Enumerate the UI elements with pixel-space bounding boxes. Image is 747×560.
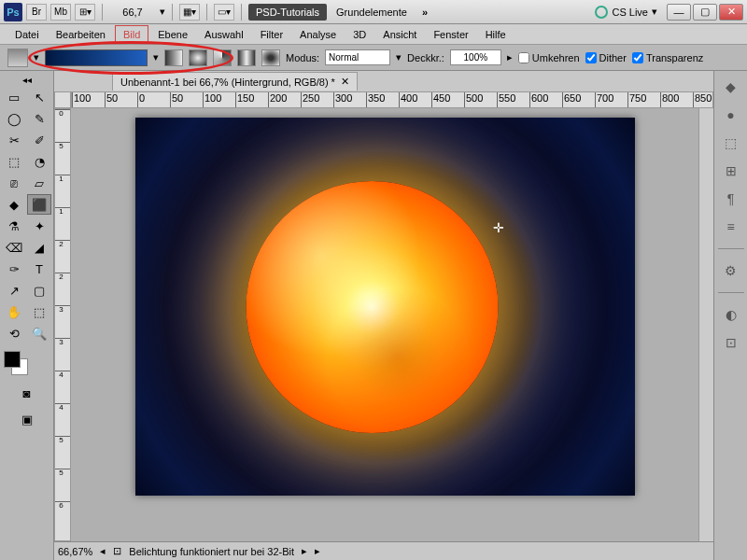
status-message: Belichtung funktioniert nur bei 32-Bit: [129, 546, 294, 557]
tool-preset-picker[interactable]: [7, 49, 28, 67]
minibridge-button[interactable]: Mb: [50, 4, 71, 21]
toolbox: ◂◂ ▭↖◯✎✂✐⬚◔⎚▱◆⬛⚗✦⌫◢✑T↗▢✋⬚⟲🔍 ◙ ▣: [0, 71, 54, 560]
tool-9[interactable]: ▱: [27, 173, 51, 193]
panel-icon-4[interactable]: ¶: [721, 189, 741, 209]
foreground-swatch[interactable]: [4, 351, 21, 368]
tool-5[interactable]: ✐: [27, 130, 51, 150]
tool-6[interactable]: ⬚: [2, 151, 26, 172]
tool-10[interactable]: ◆: [2, 194, 26, 215]
screen-mode-button[interactable]: ▭▾: [214, 4, 234, 21]
sun-graphic: [247, 181, 499, 433]
panel-icon-6[interactable]: ⚙: [721, 260, 741, 281]
view-mode-button[interactable]: ▦▾: [179, 4, 200, 21]
maximize-button[interactable]: ▢: [693, 4, 717, 21]
canvas-viewport[interactable]: ✛: [71, 108, 698, 541]
tool-2[interactable]: ◯: [2, 108, 26, 129]
gradient-preview[interactable]: [45, 49, 148, 66]
panel-icon-1[interactable]: ●: [721, 105, 741, 125]
chevron-down-icon[interactable]: ▾: [396, 51, 402, 63]
menu-bearbeiten[interactable]: Bearbeiten: [49, 26, 113, 43]
gradient-reflected-button[interactable]: [237, 49, 256, 66]
menu-bild[interactable]: Bild: [115, 25, 148, 44]
tool-15[interactable]: ◢: [27, 237, 51, 258]
opacity-input[interactable]: [450, 49, 501, 65]
minimize-button[interactable]: —: [667, 4, 691, 21]
tool-23[interactable]: 🔍: [27, 323, 51, 343]
opacity-label: Deckkr.:: [407, 52, 444, 63]
workspace-tab-active[interactable]: PSD-Tutorials: [248, 4, 327, 21]
tool-20[interactable]: ✋: [2, 301, 26, 322]
ruler-origin[interactable]: [54, 91, 71, 108]
tool-4[interactable]: ✂: [2, 130, 26, 150]
screenmode-button[interactable]: ▣: [15, 409, 39, 429]
panel-icon-0[interactable]: ◆: [721, 77, 741, 97]
menu-fenster[interactable]: Fenster: [426, 26, 475, 43]
workspace-more-icon[interactable]: »: [416, 7, 433, 18]
ruler-horizontal[interactable]: 1005005010015020025030035040045050055060…: [71, 91, 713, 108]
tool-17[interactable]: T: [27, 259, 51, 279]
panel-icon-3[interactable]: ⊞: [721, 161, 741, 181]
tool-8[interactable]: ⎚: [2, 173, 26, 193]
panel-icon-7[interactable]: ◐: [721, 304, 741, 325]
status-nav-next-icon[interactable]: ▸: [302, 545, 307, 557]
gradient-angle-button[interactable]: [213, 49, 232, 66]
menu-datei[interactable]: Datei: [7, 26, 47, 43]
status-zoom[interactable]: 66,67%: [58, 546, 92, 557]
status-menu-icon[interactable]: ▸: [315, 545, 320, 557]
mode-label: Modus:: [286, 52, 319, 63]
chevron-right-icon[interactable]: ▸: [507, 51, 513, 63]
menu-3d[interactable]: 3D: [345, 26, 374, 43]
tool-3[interactable]: ✎: [27, 108, 51, 129]
tool-7[interactable]: ◔: [27, 151, 51, 172]
panel-icon-8[interactable]: ⊡: [721, 332, 741, 353]
close-button[interactable]: ✕: [719, 4, 743, 21]
color-swatches[interactable]: [2, 349, 51, 377]
tool-22[interactable]: ⟲: [2, 323, 26, 343]
zoom-dropdown-icon[interactable]: ▾: [160, 6, 165, 18]
tool-12[interactable]: ⚗: [2, 216, 26, 236]
menu-auswahl[interactable]: Auswahl: [197, 26, 251, 43]
tool-1[interactable]: ↖: [27, 87, 51, 107]
panel-icon-2[interactable]: ⬚: [721, 133, 741, 153]
menu-hilfe[interactable]: Hilfe: [478, 26, 514, 43]
zoom-level[interactable]: 66,7: [109, 7, 156, 18]
menu-ansicht[interactable]: Ansicht: [375, 26, 424, 43]
chevron-down-icon[interactable]: ▾: [153, 51, 159, 63]
transparency-checkbox[interactable]: Transparenz: [632, 52, 703, 63]
reverse-checkbox[interactable]: Umkehren: [518, 52, 580, 63]
status-info-icon: ⊡: [113, 545, 121, 557]
cs-live[interactable]: CS Live ▾: [595, 6, 657, 19]
gradient-diamond-button[interactable]: [261, 49, 280, 66]
tool-19[interactable]: ▢: [27, 280, 51, 301]
options-bar: ▾ ▾ Modus: ▾ Deckkr.: ▸ Umkehren Dither …: [0, 45, 747, 71]
title-bar: Ps Br Mb ⊞▾ 66,7 ▾ ▦▾ ▭▾ PSD-Tutorials G…: [0, 0, 747, 24]
bridge-button[interactable]: Br: [26, 4, 47, 21]
menu-analyse[interactable]: Analyse: [292, 26, 344, 43]
workspace-tab[interactable]: Grundelemente: [331, 4, 413, 21]
menu-ebene[interactable]: Ebene: [150, 26, 195, 43]
document-tab[interactable]: Unbenannt-1 bei 66,7% (Hintergrund, RGB/…: [112, 72, 358, 91]
tool-18[interactable]: ↗: [2, 280, 26, 301]
toolbox-collapse-icon[interactable]: ◂◂: [2, 73, 51, 87]
gradient-radial-button[interactable]: [189, 49, 207, 66]
panel-icon-5[interactable]: ≡: [721, 217, 741, 237]
app-logo: Ps: [4, 3, 22, 21]
tool-11[interactable]: ⬛: [27, 194, 51, 215]
dither-checkbox[interactable]: Dither: [585, 52, 627, 63]
mode-select[interactable]: [325, 49, 390, 65]
tool-14[interactable]: ⌫: [2, 237, 26, 258]
scrollbar-vertical[interactable]: [698, 108, 713, 541]
close-icon[interactable]: ✕: [341, 76, 349, 88]
tool-16[interactable]: ✑: [2, 259, 26, 279]
menu-filter[interactable]: Filter: [253, 26, 290, 43]
chevron-down-icon[interactable]: ▾: [34, 51, 39, 63]
ruler-vertical[interactable]: 0511223344556: [54, 108, 71, 541]
view-extras-button[interactable]: ⊞▾: [75, 4, 95, 21]
status-bar: 66,67% ◂ ⊡ Belichtung funktioniert nur b…: [54, 541, 713, 560]
status-nav-prev-icon[interactable]: ◂: [100, 545, 106, 557]
gradient-linear-button[interactable]: [164, 49, 183, 66]
tool-13[interactable]: ✦: [27, 216, 51, 236]
tool-21[interactable]: ⬚: [27, 301, 51, 322]
tool-0[interactable]: ▭: [2, 87, 26, 107]
quickmask-button[interactable]: ◙: [15, 383, 39, 403]
